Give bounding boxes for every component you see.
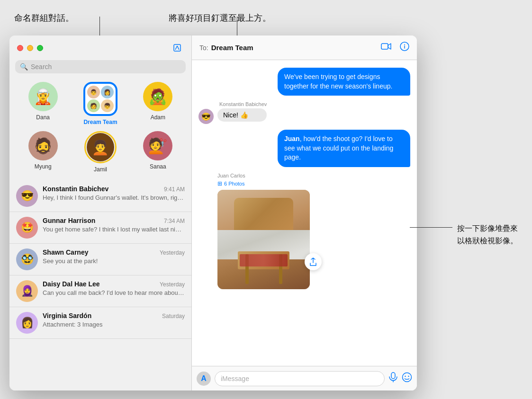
share-button[interactable] bbox=[305, 253, 322, 270]
conversation-list: 😎 Konstantin Babichev 9:41 AM Hey, I thi… bbox=[9, 180, 191, 390]
svg-point-9 bbox=[403, 372, 412, 381]
right-annotation: 按一下影像堆疊來 以格狀檢視影像。 bbox=[457, 222, 518, 247]
app-store-button[interactable]: A bbox=[197, 372, 211, 386]
pinned-contact-sanaa[interactable]: 💇 Sanaa bbox=[139, 131, 177, 173]
close-button[interactable] bbox=[17, 45, 23, 51]
info-icon[interactable] bbox=[400, 42, 409, 53]
annotation-pointer-line bbox=[410, 227, 452, 228]
svg-rect-0 bbox=[174, 44, 180, 51]
svg-rect-3 bbox=[381, 44, 388, 49]
annotation-line-2: 以格狀檢視影像。 bbox=[457, 235, 518, 247]
callout-line-right bbox=[237, 17, 237, 35]
message-incoming-konstantin: 😎 Konstantin Babichev Nice! 👍 bbox=[198, 101, 267, 124]
msg-avatar-konstantin: 😎 bbox=[198, 109, 214, 124]
pinned-contact-dream-team[interactable]: 👨 👩 🧑 👦 Dream Team bbox=[81, 82, 119, 125]
annotation-line-1: 按一下影像堆疊來 bbox=[457, 222, 518, 235]
pinned-section: 🧝 Dana 👨 👩 🧑 👦 Dream Team bbox=[9, 78, 191, 180]
conv-name-gunnar: Gunnar Harrison bbox=[43, 217, 95, 224]
pinned-name-adam: Adam bbox=[151, 114, 165, 121]
conv-time-virginia: Saturday bbox=[162, 313, 185, 319]
conv-content-gunnar: Gunnar Harrison 7:34 AM You get home saf… bbox=[43, 217, 185, 233]
conv-content-daisy: Daisy Dal Hae Lee Yesterday Can you call… bbox=[43, 280, 185, 296]
chat-messages: We've been trying to get designs togethe… bbox=[192, 60, 417, 366]
conv-content-virginia: Virginia Sardón Saturday Attachment: 3 I… bbox=[43, 312, 185, 328]
pinned-contact-dana[interactable]: 🧝 Dana bbox=[24, 82, 62, 125]
conv-item-virginia[interactable]: 👩 Virginia Sardón Saturday Attachment: 3… bbox=[9, 307, 191, 339]
message-input[interactable]: iMessage bbox=[215, 371, 385, 386]
audio-input-icon[interactable] bbox=[388, 372, 398, 385]
conv-time-gunnar: 7:34 AM bbox=[164, 218, 185, 224]
chat-header-icons bbox=[381, 42, 409, 53]
photo-sender-name-text: Juan Carlos bbox=[217, 173, 245, 178]
conv-preview-daisy: Can you call me back? I'd love to hear m… bbox=[43, 289, 185, 296]
titlebar bbox=[9, 35, 191, 60]
photo-section-juan: Juan Carlos ⊞ 6 Photos bbox=[217, 173, 312, 294]
right-annotation-text: 按一下影像堆疊來 以格狀檢視影像。 bbox=[457, 222, 518, 247]
reaction-text: Nice! 👍 bbox=[223, 111, 248, 119]
pinned-contact-adam[interactable]: 🧟 Adam bbox=[139, 82, 177, 125]
conv-preview-konstantin: Hey, I think I found Gunnar's wallet. It… bbox=[43, 194, 185, 201]
search-bar[interactable]: 🔍 Search bbox=[15, 60, 186, 73]
video-call-icon[interactable] bbox=[381, 42, 391, 53]
photo-count-row: ⊞ 6 Photos bbox=[217, 180, 312, 187]
chat-input-area: A iMessage bbox=[192, 366, 417, 390]
pinned-name-dream-team: Dream Team bbox=[83, 119, 117, 125]
conv-preview-virginia: Attachment: 3 Images bbox=[43, 321, 185, 328]
conv-item-gunnar[interactable]: 🤩 Gunnar Harrison 7:34 AM You get home s… bbox=[9, 212, 191, 244]
annotation-top-right: 將喜好項目釘選至最上方。 bbox=[169, 12, 271, 24]
conv-item-daisy[interactable]: 🧕 Daisy Dal Hae Lee Yesterday Can you ca… bbox=[9, 275, 191, 307]
photo-stack[interactable] bbox=[217, 190, 312, 294]
conv-item-konstantin[interactable]: 😎 Konstantin Babichev 9:41 AM Hey, I thi… bbox=[9, 180, 191, 212]
pinned-row-1: 🧝 Dana 👨 👩 🧑 👦 Dream Team bbox=[9, 82, 191, 131]
conv-content-konstantin: Konstantin Babichev 9:41 AM Hey, I think… bbox=[43, 185, 185, 201]
svg-point-6 bbox=[404, 44, 405, 45]
conv-content-shawn: Shawn Carney Yesterday See you at the pa… bbox=[43, 248, 185, 265]
maximize-button[interactable] bbox=[37, 45, 43, 51]
photo-count: 6 Photos bbox=[224, 181, 244, 186]
pinned-name-myung: Myung bbox=[35, 163, 52, 170]
conv-name-konstantin: Konstantin Babichev bbox=[43, 185, 108, 193]
annotation-area: 命名群組對話。 將喜好項目釘選至最上方。 bbox=[0, 0, 532, 35]
message-outgoing-2: Juan, how'd the shoot go? I'd love to se… bbox=[278, 130, 410, 167]
conv-preview-shawn: See you at the park! bbox=[43, 257, 185, 265]
grid-icon: ⊞ bbox=[217, 180, 222, 187]
chat-header: To: Dream Team bbox=[192, 35, 417, 60]
message-bubble-outgoing-2: Juan, how'd the shoot go? I'd love to se… bbox=[278, 130, 410, 167]
svg-point-11 bbox=[408, 375, 409, 376]
conv-preview-gunnar: You get home safe? I think I lost my wal… bbox=[43, 226, 185, 233]
callout-line-left bbox=[99, 17, 100, 35]
compose-button[interactable] bbox=[171, 41, 184, 54]
message-bubble-outgoing-1: We've been trying to get designs togethe… bbox=[278, 68, 410, 96]
pinned-name-dana: Dana bbox=[36, 114, 50, 121]
conv-name-virginia: Virginia Sardón bbox=[43, 312, 91, 319]
message-outgoing-1: We've been trying to get designs togethe… bbox=[278, 68, 410, 96]
conv-time-shawn: Yesterday bbox=[160, 249, 185, 256]
pinned-name-sanaa: Sanaa bbox=[150, 163, 166, 170]
msg-content-konstantin: Konstantin Babichev Nice! 👍 bbox=[217, 101, 267, 122]
pinned-contact-myung[interactable]: 🧔 Myung bbox=[24, 131, 62, 173]
svg-rect-7 bbox=[391, 372, 395, 379]
conv-time-daisy: Yesterday bbox=[160, 281, 185, 288]
conv-item-shawn[interactable]: 🥸 Shawn Carney Yesterday See you at the … bbox=[9, 244, 191, 275]
emoji-button[interactable] bbox=[402, 372, 412, 385]
chat-area: To: Dream Team bbox=[192, 35, 417, 390]
conv-name-daisy: Daisy Dal Hae Lee bbox=[43, 280, 100, 288]
annotation-top-left: 命名群組對話。 bbox=[14, 12, 74, 24]
minimize-button[interactable] bbox=[27, 45, 33, 51]
traffic-lights bbox=[17, 45, 43, 51]
conv-time-konstantin: 9:41 AM bbox=[164, 186, 185, 193]
msg-sender-konstantin: Konstantin Babichev bbox=[219, 101, 267, 107]
search-icon: 🔍 bbox=[20, 63, 28, 71]
pinned-row-2: 🧔 Myung 🧑‍🦱 Jamil 💇 Sanaa bbox=[9, 131, 191, 178]
message-reaction-konstantin: Nice! 👍 bbox=[217, 108, 267, 122]
chat-recipient: Dream Team bbox=[211, 44, 381, 52]
photo-main[interactable] bbox=[217, 190, 310, 289]
svg-line-2 bbox=[177, 46, 179, 50]
pinned-contact-jamil[interactable]: 🧑‍🦱 Jamil bbox=[81, 131, 119, 173]
svg-point-10 bbox=[405, 375, 406, 376]
app-window: 🔍 Search 🧝 Dana 👨 👩 bbox=[9, 35, 417, 390]
sidebar: 🔍 Search 🧝 Dana 👨 👩 bbox=[9, 35, 192, 390]
search-placeholder: Search bbox=[31, 63, 52, 71]
photo-sender: Juan Carlos bbox=[217, 173, 312, 178]
to-label: To: bbox=[199, 44, 208, 52]
